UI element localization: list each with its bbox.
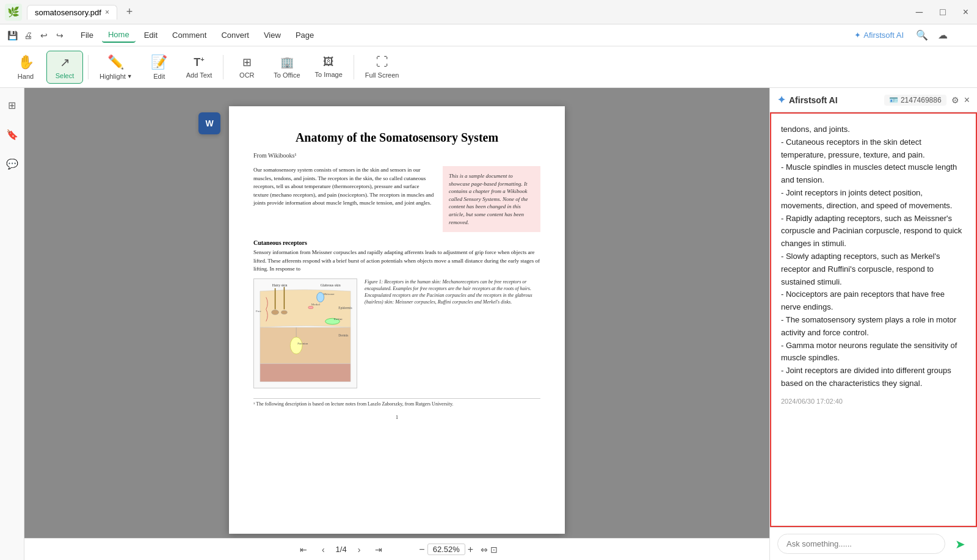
nav-first-btn[interactable]: ⇤ xyxy=(296,544,311,556)
toolbar: ✋ Hand ↗ Select ✏️ Highlight ▼ 📝 Edit T+… xyxy=(0,46,977,88)
pdf-pink-box: This is a sample document to showcase pa… xyxy=(443,166,540,232)
fit-buttons: ⇔ ⊡ xyxy=(481,545,498,555)
ai-close-btn[interactable]: × xyxy=(964,95,970,106)
sidebar-thumbnails-btn[interactable]: ⊞ xyxy=(2,95,22,115)
ai-btn-label: Afirstsoft AI xyxy=(863,31,904,40)
separator-2 xyxy=(223,55,223,79)
bottom-bar: ⇤ ‹ 1/4 › ⇥ − 62.52% + ⇔ ⊡ xyxy=(24,538,769,560)
highlight-dropdown-arrow: ▼ xyxy=(127,73,133,79)
ai-settings-btn[interactable]: ⚙ xyxy=(951,95,959,105)
fit-page-btn[interactable]: ⊡ xyxy=(490,545,498,555)
close-btn[interactable]: × xyxy=(959,5,972,19)
ai-timestamp: 2024/06/30 17:02:40 xyxy=(781,398,966,405)
tooffice-icon: 🏢 xyxy=(280,56,294,69)
ai-input-area: ➤ xyxy=(770,527,977,560)
svg-rect-9 xyxy=(308,306,313,308)
pdf-page-num: 1 xyxy=(253,414,540,420)
title-bar: 🌿 somatosensory.pdf × + ─ □ × xyxy=(0,0,977,24)
pdf-source: From Wikibooks¹ xyxy=(253,152,540,159)
pdf-cutaneous-text: Sensory information from Meissner corpus… xyxy=(253,249,540,274)
menu-page[interactable]: Page xyxy=(289,28,320,42)
fullscreen-icon: ⛶ xyxy=(376,55,388,69)
nav-prev-btn[interactable]: ‹ xyxy=(318,544,329,556)
hand-tool-btn[interactable]: ✋ Hand xyxy=(7,51,44,84)
menu-edit[interactable]: Edit xyxy=(138,28,164,42)
separator-3 xyxy=(354,55,354,79)
menu-view[interactable]: View xyxy=(258,28,287,42)
id-icon: 🪪 xyxy=(889,96,898,104)
maximize-btn[interactable]: □ xyxy=(936,5,950,19)
pdf-intro-text: Our somatosensory system consists of sen… xyxy=(253,166,435,232)
ai-panel-title: ✦ Afirstsoft AI xyxy=(777,94,838,106)
undo-icon[interactable]: ↩ xyxy=(37,28,51,43)
addtext-icon: T+ xyxy=(194,56,204,69)
save-icon[interactable]: 💾 xyxy=(5,28,20,43)
highlight-tool-btn[interactable]: ✏️ Highlight ▼ xyxy=(93,51,139,84)
nav-last-btn[interactable]: ⇥ xyxy=(371,544,386,556)
tab-somatosensory[interactable]: somatosensory.pdf × xyxy=(27,5,117,20)
svg-text:Merkel: Merkel xyxy=(311,302,321,305)
highlight-icon: ✏️ xyxy=(107,54,124,70)
pdf-footnote: ¹ The following description is based on … xyxy=(253,398,540,407)
tab-close-btn[interactable]: × xyxy=(105,8,109,16)
ai-menu-btn[interactable]: ✦ Afirstsoft AI xyxy=(848,28,910,42)
ai-id-badge: 🪪 2147469886 xyxy=(884,95,946,106)
svg-text:Meissner: Meissner xyxy=(324,292,335,295)
print-icon[interactable]: 🖨 xyxy=(21,28,35,43)
hand-icon: ✋ xyxy=(18,54,34,70)
add-tab-btn[interactable]: + xyxy=(122,5,137,20)
zoom-in-btn[interactable]: + xyxy=(468,544,473,555)
left-sidebar: ⊞ 🔖 💬 xyxy=(0,88,24,560)
word-floating-icon[interactable]: W xyxy=(198,112,220,134)
addtext-tool-btn[interactable]: T+ Add Text xyxy=(180,52,219,82)
sidebar-bookmarks-btn[interactable]: 🔖 xyxy=(2,125,22,144)
menu-convert[interactable]: Convert xyxy=(215,28,255,42)
ai-send-btn[interactable]: ➤ xyxy=(950,534,970,554)
redo-icon[interactable]: ↪ xyxy=(53,28,67,43)
send-icon: ➤ xyxy=(955,537,965,551)
menu-file[interactable]: File xyxy=(74,28,100,42)
ocr-tool-btn[interactable]: ⊞ OCR xyxy=(228,52,265,82)
minimize-btn[interactable]: ─ xyxy=(912,5,926,19)
zoom-value[interactable]: 62.52% xyxy=(427,544,465,555)
ai-input-field[interactable] xyxy=(777,534,945,554)
select-icon: ↗ xyxy=(60,55,70,70)
tooffice-label: To Office xyxy=(274,71,300,79)
ai-panel-title-text: Afirstsoft AI xyxy=(789,95,838,105)
fit-width-btn[interactable]: ⇔ xyxy=(481,545,488,555)
pdf-viewer[interactable]: W Anatomy of the Somatosensory System Fr… xyxy=(24,88,769,560)
ai-panel-content: tendons, and joints. - Cutaneous recepto… xyxy=(770,112,977,527)
ai-panel-header: ✦ Afirstsoft AI 🪪 2147469886 ⚙ × xyxy=(770,88,977,112)
tooffice-tool-btn[interactable]: 🏢 To Office xyxy=(267,52,306,82)
search-btn[interactable]: 🔍 xyxy=(912,28,932,42)
pdf-page: W Anatomy of the Somatosensory System Fr… xyxy=(229,106,565,534)
nav-next-btn[interactable]: › xyxy=(354,544,365,556)
pdf-page-container[interactable]: W Anatomy of the Somatosensory System Fr… xyxy=(24,88,769,538)
addtext-label: Add Text xyxy=(186,71,212,79)
tab-title: somatosensory.pdf xyxy=(35,8,101,17)
separator-1 xyxy=(88,55,89,79)
ai-panel-star-icon: ✦ xyxy=(777,94,785,106)
pdf-figure-image: Hairy skin Glabrous skin xyxy=(253,278,357,388)
zoom-out-btn[interactable]: − xyxy=(419,544,424,555)
svg-text:Dermis: Dermis xyxy=(338,333,348,337)
highlight-label: Highlight ▼ xyxy=(100,73,133,80)
window-controls: ─ □ × xyxy=(912,5,972,19)
edit-label: Edit xyxy=(153,73,165,80)
select-tool-btn[interactable]: ↗ Select xyxy=(46,51,83,84)
svg-point-4 xyxy=(272,310,279,315)
toimage-label: To Image xyxy=(315,71,343,78)
ai-panel: ✦ Afirstsoft AI 🪪 2147469886 ⚙ × tendons… xyxy=(769,88,977,560)
menu-comment[interactable]: Comment xyxy=(166,28,212,42)
fullscreen-tool-btn[interactable]: ⛶ Full Screen xyxy=(359,51,405,82)
svg-text:Glabrous skin: Glabrous skin xyxy=(321,283,341,287)
pdf-intro-section: Our somatosensory system consists of sen… xyxy=(253,166,540,232)
edit-tool-btn[interactable]: 📝 Edit xyxy=(141,51,178,84)
menu-home[interactable]: Home xyxy=(102,27,136,43)
sidebar-comments-btn[interactable]: 💬 xyxy=(2,154,22,173)
toimage-tool-btn[interactable]: 🖼 To Image xyxy=(309,52,349,82)
edit-icon: 📝 xyxy=(151,54,167,70)
app-logo: 🌿 xyxy=(5,4,22,21)
svg-point-13 xyxy=(290,337,302,354)
cloud-btn[interactable]: ☁ xyxy=(934,28,951,42)
